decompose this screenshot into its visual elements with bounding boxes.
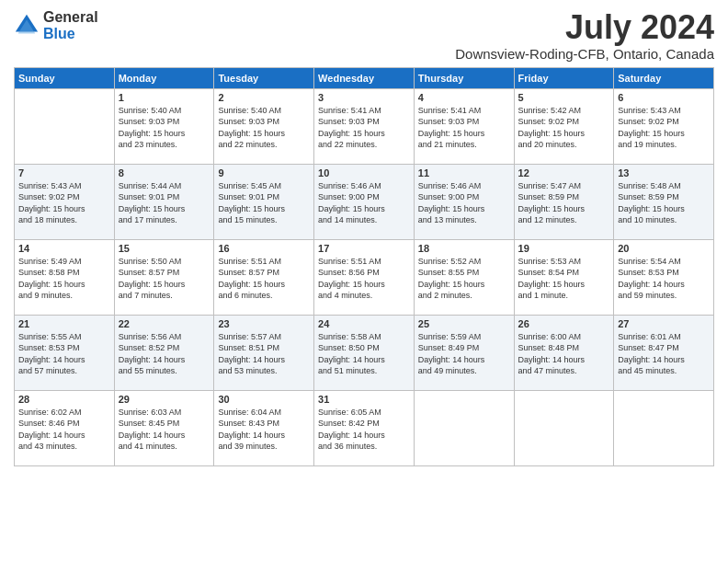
- table-row: 26Sunrise: 6:00 AMSunset: 8:48 PMDayligh…: [514, 315, 614, 390]
- calendar-week-row: 21Sunrise: 5:55 AMSunset: 8:53 PMDayligh…: [15, 315, 714, 390]
- day-info: Sunrise: 5:58 AMSunset: 8:50 PMDaylight:…: [318, 331, 410, 377]
- day-info: Sunrise: 5:46 AMSunset: 9:00 PMDaylight:…: [418, 180, 510, 226]
- table-row: 27Sunrise: 6:01 AMSunset: 8:47 PMDayligh…: [614, 315, 714, 390]
- table-row: 10Sunrise: 5:46 AMSunset: 9:00 PMDayligh…: [314, 164, 415, 239]
- day-info: Sunrise: 6:02 AMSunset: 8:46 PMDaylight:…: [18, 407, 110, 453]
- table-row: 12Sunrise: 5:47 AMSunset: 8:59 PMDayligh…: [514, 164, 614, 239]
- day-info: Sunrise: 5:53 AMSunset: 8:54 PMDaylight:…: [518, 256, 610, 302]
- calendar-week-row: 14Sunrise: 5:49 AMSunset: 8:58 PMDayligh…: [15, 239, 714, 315]
- calendar-week-row: 7Sunrise: 5:43 AMSunset: 9:02 PMDaylight…: [15, 164, 714, 239]
- calendar-week-row: 1Sunrise: 5:40 AMSunset: 9:03 PMDaylight…: [15, 88, 714, 164]
- table-row: 16Sunrise: 5:51 AMSunset: 8:57 PMDayligh…: [214, 239, 314, 315]
- day-number: 3: [318, 92, 410, 103]
- table-row: 18Sunrise: 5:52 AMSunset: 8:55 PMDayligh…: [414, 239, 514, 315]
- table-row: 29Sunrise: 6:03 AMSunset: 8:45 PMDayligh…: [114, 390, 214, 465]
- day-info: Sunrise: 5:57 AMSunset: 8:51 PMDaylight:…: [218, 331, 310, 377]
- day-info: Sunrise: 5:44 AMSunset: 9:01 PMDaylight:…: [119, 180, 210, 226]
- day-number: 20: [618, 243, 710, 254]
- logo-icon: [14, 13, 40, 39]
- table-row: 5Sunrise: 5:42 AMSunset: 9:02 PMDaylight…: [514, 88, 614, 164]
- table-row: 7Sunrise: 5:43 AMSunset: 9:02 PMDaylight…: [15, 164, 115, 239]
- col-wednesday: Wednesday: [314, 67, 415, 88]
- day-info: Sunrise: 5:47 AMSunset: 8:59 PMDaylight:…: [518, 180, 610, 226]
- table-row: 28Sunrise: 6:02 AMSunset: 8:46 PMDayligh…: [15, 390, 115, 465]
- day-info: Sunrise: 5:50 AMSunset: 8:57 PMDaylight:…: [119, 256, 210, 302]
- day-number: 8: [119, 167, 210, 178]
- day-number: 13: [618, 167, 710, 178]
- day-info: Sunrise: 5:55 AMSunset: 8:53 PMDaylight:…: [18, 331, 110, 377]
- day-info: Sunrise: 5:46 AMSunset: 9:00 PMDaylight:…: [318, 180, 410, 226]
- day-number: 22: [119, 318, 210, 329]
- day-info: Sunrise: 5:49 AMSunset: 8:58 PMDaylight:…: [18, 256, 110, 302]
- day-number: 27: [618, 318, 710, 329]
- col-tuesday: Tuesday: [214, 67, 314, 88]
- day-info: Sunrise: 5:40 AMSunset: 9:03 PMDaylight:…: [218, 105, 310, 151]
- day-info: Sunrise: 5:48 AMSunset: 8:59 PMDaylight:…: [618, 180, 710, 226]
- table-row: 31Sunrise: 6:05 AMSunset: 8:42 PMDayligh…: [314, 390, 415, 465]
- day-info: Sunrise: 5:56 AMSunset: 8:52 PMDaylight:…: [119, 331, 210, 377]
- table-row: 19Sunrise: 5:53 AMSunset: 8:54 PMDayligh…: [514, 239, 614, 315]
- table-row: 30Sunrise: 6:04 AMSunset: 8:43 PMDayligh…: [214, 390, 314, 465]
- table-row: 14Sunrise: 5:49 AMSunset: 8:58 PMDayligh…: [15, 239, 115, 315]
- day-number: 21: [18, 318, 110, 329]
- day-info: Sunrise: 5:54 AMSunset: 8:53 PMDaylight:…: [618, 256, 710, 302]
- header: General Blue July 2024 Downsview-Roding-…: [14, 9, 714, 62]
- day-number: 12: [518, 167, 610, 178]
- table-row: 8Sunrise: 5:44 AMSunset: 9:01 PMDaylight…: [114, 164, 214, 239]
- day-number: 5: [518, 92, 610, 103]
- table-row: 17Sunrise: 5:51 AMSunset: 8:56 PMDayligh…: [314, 239, 415, 315]
- title-block: July 2024 Downsview-Roding-CFB, Ontario,…: [455, 9, 714, 62]
- location-title: Downsview-Roding-CFB, Ontario, Canada: [455, 46, 714, 62]
- table-row: 11Sunrise: 5:46 AMSunset: 9:00 PMDayligh…: [414, 164, 514, 239]
- col-thursday: Thursday: [414, 67, 514, 88]
- day-number: 6: [618, 92, 710, 103]
- day-number: 14: [18, 243, 110, 254]
- day-info: Sunrise: 6:03 AMSunset: 8:45 PMDaylight:…: [119, 407, 210, 453]
- calendar-week-row: 28Sunrise: 6:02 AMSunset: 8:46 PMDayligh…: [15, 390, 714, 465]
- day-number: 19: [518, 243, 610, 254]
- table-row: 24Sunrise: 5:58 AMSunset: 8:50 PMDayligh…: [314, 315, 415, 390]
- day-number: 4: [418, 92, 510, 103]
- col-monday: Monday: [114, 67, 214, 88]
- table-row: [614, 390, 714, 465]
- table-row: 2Sunrise: 5:40 AMSunset: 9:03 PMDaylight…: [214, 88, 314, 164]
- table-row: 3Sunrise: 5:41 AMSunset: 9:03 PMDaylight…: [314, 88, 415, 164]
- table-row: 15Sunrise: 5:50 AMSunset: 8:57 PMDayligh…: [114, 239, 214, 315]
- day-info: Sunrise: 6:00 AMSunset: 8:48 PMDaylight:…: [518, 331, 610, 377]
- logo: General Blue: [14, 9, 98, 41]
- day-info: Sunrise: 6:05 AMSunset: 8:42 PMDaylight:…: [318, 407, 410, 453]
- day-number: 15: [119, 243, 210, 254]
- logo-blue: Blue: [43, 26, 75, 41]
- table-row: 13Sunrise: 5:48 AMSunset: 8:59 PMDayligh…: [614, 164, 714, 239]
- table-row: 4Sunrise: 5:41 AMSunset: 9:03 PMDaylight…: [414, 88, 514, 164]
- col-friday: Friday: [514, 67, 614, 88]
- day-info: Sunrise: 5:43 AMSunset: 9:02 PMDaylight:…: [618, 105, 710, 151]
- table-row: 1Sunrise: 5:40 AMSunset: 9:03 PMDaylight…: [114, 88, 214, 164]
- month-title: July 2024: [455, 9, 714, 46]
- day-number: 1: [119, 92, 210, 103]
- table-row: [514, 390, 614, 465]
- page: General Blue July 2024 Downsview-Roding-…: [0, 0, 728, 563]
- day-number: 10: [318, 167, 410, 178]
- day-number: 2: [218, 92, 310, 103]
- day-number: 17: [318, 243, 410, 254]
- col-sunday: Sunday: [15, 67, 115, 88]
- day-info: Sunrise: 5:51 AMSunset: 8:57 PMDaylight:…: [218, 256, 310, 302]
- day-info: Sunrise: 5:51 AMSunset: 8:56 PMDaylight:…: [318, 256, 410, 302]
- day-number: 31: [318, 394, 410, 405]
- day-number: 29: [119, 394, 210, 405]
- day-number: 11: [418, 167, 510, 178]
- day-number: 16: [218, 243, 310, 254]
- day-info: Sunrise: 5:41 AMSunset: 9:03 PMDaylight:…: [418, 105, 510, 151]
- day-number: 7: [18, 167, 110, 178]
- day-number: 9: [218, 167, 310, 178]
- day-number: 23: [218, 318, 310, 329]
- table-row: 21Sunrise: 5:55 AMSunset: 8:53 PMDayligh…: [15, 315, 115, 390]
- logo-general: General: [43, 9, 98, 25]
- table-row: [15, 88, 115, 164]
- table-row: 22Sunrise: 5:56 AMSunset: 8:52 PMDayligh…: [114, 315, 214, 390]
- day-number: 26: [518, 318, 610, 329]
- day-info: Sunrise: 5:42 AMSunset: 9:02 PMDaylight:…: [518, 105, 610, 151]
- day-number: 25: [418, 318, 510, 329]
- calendar-header-row: Sunday Monday Tuesday Wednesday Thursday…: [15, 67, 714, 88]
